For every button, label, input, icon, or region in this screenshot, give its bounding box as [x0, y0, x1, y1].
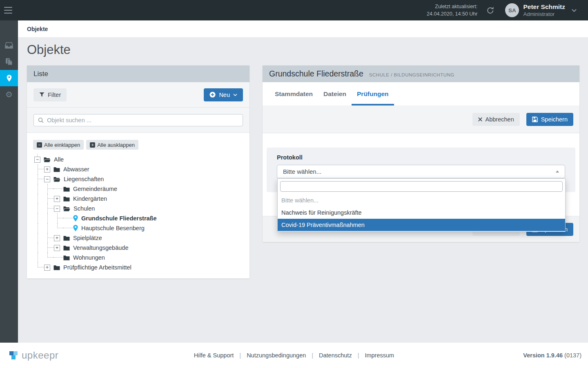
user-role: Administrator: [523, 11, 565, 17]
settings-icon: ⚙: [5, 90, 13, 99]
caret-up-icon: [556, 171, 559, 173]
protocol-dropdown-options: Bitte wählen...Nachweis für Reinigungskr…: [278, 194, 565, 231]
user-menu[interactable]: Peter Schmitz Administrator: [523, 3, 565, 17]
tree-node-label[interactable]: Verwaltungsgebäude: [73, 245, 128, 251]
list-panel-title: Liste: [33, 70, 48, 78]
link-separator: |: [312, 352, 313, 359]
sidebar-item-settings[interactable]: ⚙: [0, 86, 18, 103]
tree-connector: [43, 204, 53, 213]
version-label: Version 1.9.46: [523, 352, 563, 359]
breadcrumb[interactable]: Objekte: [27, 26, 48, 32]
tree-connector: [33, 253, 43, 263]
footer-link[interactable]: Datenschutz: [319, 352, 352, 359]
detail-tabs: StammdatenDateienPrüfungen: [263, 82, 579, 105]
dropdown-option[interactable]: Nachweis für Reinigungskräfte: [278, 206, 565, 219]
tree-node[interactable]: +Verwaltungsgebäude: [33, 243, 157, 253]
expand-all-button[interactable]: + Alle ausklappen: [86, 140, 138, 150]
tree-node[interactable]: +Spielplätze: [33, 233, 157, 243]
folder-icon: [63, 236, 70, 241]
tree-connector: [43, 243, 53, 253]
menu-icon[interactable]: [4, 6, 15, 14]
tree-node[interactable]: +Prüfpflichtige Arbeitsmittel: [33, 263, 157, 272]
top-action-bar: Abbrechen Speichern: [263, 105, 579, 133]
avatar[interactable]: SA: [505, 3, 519, 17]
tree-node-label[interactable]: Hauptschule Besenberg: [81, 225, 145, 231]
chevron-down-icon[interactable]: [572, 9, 577, 12]
expand-node-icon[interactable]: +: [44, 166, 50, 173]
tree-node-label[interactable]: Alle: [54, 156, 64, 163]
last-updated-value: 24.04.2020, 14:50 Uhr: [427, 10, 477, 18]
last-updated: Zuletzt aktualisiert: 24.04.2020, 14:50 …: [427, 3, 477, 18]
tree-node[interactable]: −Schulen: [33, 204, 157, 213]
filter-icon: [39, 92, 45, 97]
tree-connector: [53, 184, 62, 194]
expand-node-icon[interactable]: +: [54, 196, 60, 202]
footer: upkeepr Hilfe & Support|Nutzungsbedingun…: [0, 343, 588, 368]
dropdown-option[interactable]: Covid-19 Präventivmaßnahmen: [278, 219, 565, 231]
tree-node[interactable]: Grundschule Fliederstraße: [33, 213, 157, 223]
new-button[interactable]: Neu: [204, 88, 243, 101]
collapse-all-label: Alle einklappen: [44, 142, 80, 148]
expand-node-icon[interactable]: +: [54, 235, 60, 241]
tree-connector: [43, 223, 53, 233]
filter-button-label: Filter: [48, 92, 61, 98]
save-button[interactable]: Speichern: [526, 113, 573, 126]
tab-dateien[interactable]: Dateien: [318, 82, 352, 105]
collapse-node-icon[interactable]: −: [44, 176, 50, 182]
tree-node-label[interactable]: Abwasser: [63, 166, 89, 173]
tree-connector: [43, 253, 53, 263]
close-icon: [478, 117, 482, 121]
tab-prüfungen[interactable]: Prüfungen: [352, 82, 394, 105]
tree-node[interactable]: +Kindergärten: [33, 194, 157, 204]
tree-node[interactable]: +Abwasser: [33, 164, 157, 174]
list-panel-header: Liste: [27, 65, 249, 82]
expand-node-icon[interactable]: +: [54, 245, 60, 251]
tree-controls: − Alle einklappen + Alle ausklappen: [27, 133, 249, 150]
tree-node-label[interactable]: Liegenschaften: [64, 176, 104, 182]
tree-node[interactable]: −Alle: [33, 155, 157, 164]
sidebar-item-map-pin[interactable]: [0, 70, 18, 86]
last-updated-label: Zuletzt aktualisiert:: [427, 3, 477, 10]
tree-connector: [62, 223, 72, 233]
tree-node[interactable]: Hauptschule Besenberg: [33, 223, 157, 233]
cancel-button[interactable]: Abbrechen: [472, 113, 520, 126]
tree-connector: [33, 174, 43, 184]
dropdown-option[interactable]: Bitte wählen...: [278, 194, 565, 206]
tree-node-label[interactable]: Prüfpflichtige Arbeitsmittel: [63, 264, 131, 271]
tree-node-label[interactable]: Wohnungen: [73, 254, 105, 261]
tree-connector: [62, 213, 72, 223]
breadcrumb-bar: Objekte: [18, 20, 588, 37]
tree-node-label[interactable]: Gemeinderäume: [73, 186, 117, 192]
tree-node[interactable]: Gemeinderäume: [33, 184, 157, 194]
footer-link[interactable]: Hilfe & Support: [194, 352, 234, 359]
tree-node[interactable]: −Liegenschaften: [33, 174, 157, 184]
protocol-dropdown-search-input[interactable]: [280, 181, 563, 192]
collapse-all-button[interactable]: − Alle einklappen: [33, 140, 84, 150]
documents-icon: [5, 58, 13, 65]
tree-node-label[interactable]: Grundschule Fliederstraße: [81, 215, 157, 222]
tree-connector: [33, 204, 43, 213]
tree-node-label[interactable]: Schulen: [74, 205, 95, 212]
filter-button[interactable]: Filter: [33, 88, 67, 101]
refresh-icon[interactable]: [486, 7, 494, 14]
plus-circle-icon: [209, 92, 216, 98]
footer-link[interactable]: Impressum: [365, 352, 394, 359]
tree-connector: [43, 194, 53, 204]
footer-link[interactable]: Nutzungsbedingungen: [247, 352, 306, 359]
sidebar-item-inbox[interactable]: [0, 37, 18, 54]
folder-open-icon: [44, 157, 51, 162]
protocol-dropdown: Bitte wählen...Nachweis für Reinigungskr…: [277, 178, 566, 232]
collapse-node-icon[interactable]: −: [54, 206, 60, 212]
folder-open-icon: [53, 177, 60, 182]
expand-node-icon[interactable]: +: [44, 265, 50, 271]
tree-node-label[interactable]: Spielplätze: [73, 235, 102, 241]
sidebar-item-documents[interactable]: [0, 54, 18, 70]
tab-stammdaten[interactable]: Stammdaten: [270, 82, 318, 105]
tree-node-label[interactable]: Kindergärten: [73, 195, 107, 202]
tree-connector: [33, 184, 43, 194]
tree-connector: [53, 253, 62, 263]
search-input[interactable]: [33, 114, 243, 126]
collapse-node-icon[interactable]: −: [34, 157, 40, 163]
protocol-select[interactable]: Bitte wählen...: [277, 165, 565, 178]
tree-node[interactable]: Wohnungen: [33, 253, 157, 263]
